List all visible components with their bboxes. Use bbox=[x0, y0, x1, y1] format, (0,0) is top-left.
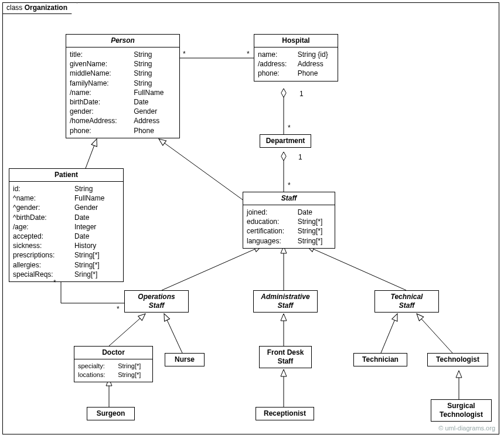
class-surgical-tech: Surgical Technologist bbox=[431, 399, 492, 422]
mult-patient-ops-top: * bbox=[53, 279, 56, 287]
class-receptionist: Receptionist bbox=[256, 407, 314, 420]
class-attrs: name:String {id} /address:Address phone:… bbox=[254, 47, 338, 81]
package-frame: class Organization bbox=[2, 2, 499, 434]
class-front-desk: Front Desk Staff bbox=[259, 346, 312, 368]
class-title: Front Desk Staff bbox=[260, 347, 311, 368]
class-attrs: joined:Date education:String[*] certific… bbox=[243, 205, 335, 248]
class-person: Person title:String givenName:String mid… bbox=[66, 34, 180, 138]
mult-patient-ops-bottom: * bbox=[117, 305, 120, 313]
frame-label-name: Organization bbox=[25, 4, 67, 12]
class-title: Surgical Technologist bbox=[431, 400, 491, 421]
svg-line-3 bbox=[86, 139, 97, 168]
mult-person-hospital-left: * bbox=[183, 50, 186, 58]
watermark: © uml-diagrams.org bbox=[438, 425, 495, 432]
class-title: Receptionist bbox=[256, 408, 314, 420]
class-department: Department bbox=[260, 134, 311, 148]
svg-line-12 bbox=[417, 314, 452, 353]
frame-label-prefix: class bbox=[6, 4, 22, 12]
svg-line-7 bbox=[307, 246, 406, 290]
class-title: Technician bbox=[354, 354, 407, 366]
mult-hospital-department-top: 1 bbox=[299, 90, 304, 98]
mult-department-staff-bottom: * bbox=[288, 181, 291, 189]
class-title: Technologist bbox=[428, 354, 488, 366]
class-admin-staff: Administrative Staff bbox=[253, 290, 318, 313]
class-patient: Patient id:String ^name:FullName ^gender… bbox=[9, 168, 124, 282]
class-attrs: id:String ^name:FullName ^gender:Gender … bbox=[9, 182, 123, 281]
class-staff: Staff joined:Date education:String[*] ce… bbox=[243, 192, 335, 249]
svg-line-4 bbox=[159, 139, 246, 202]
class-tech-staff: Technical Staff bbox=[374, 290, 439, 313]
class-title: Staff bbox=[243, 192, 335, 205]
class-hospital: Hospital name:String {id} /address:Addre… bbox=[254, 34, 338, 82]
mult-hospital-department-bottom: * bbox=[288, 124, 291, 132]
class-title: Nurse bbox=[165, 354, 204, 366]
class-title: Person bbox=[66, 35, 179, 47]
class-doctor: Doctor specialty:String[*] locations:Str… bbox=[74, 346, 153, 382]
class-operations-staff: Operations Staff bbox=[124, 290, 189, 313]
mult-person-hospital-right: * bbox=[247, 50, 250, 58]
svg-line-8 bbox=[109, 314, 145, 346]
class-nurse: Nurse bbox=[165, 353, 205, 366]
svg-line-5 bbox=[162, 246, 261, 290]
class-title: Administrative Staff bbox=[254, 291, 317, 312]
svg-line-9 bbox=[164, 314, 182, 353]
class-surgeon: Surgeon bbox=[87, 407, 135, 420]
class-title: Doctor bbox=[74, 347, 152, 359]
class-title: Technical Staff bbox=[375, 291, 438, 312]
class-title: Operations Staff bbox=[125, 291, 188, 312]
mult-department-staff-top: 1 bbox=[298, 153, 302, 161]
class-technician: Technician bbox=[353, 353, 407, 366]
frame-label: class Organization bbox=[2, 2, 77, 14]
class-technologist: Technologist bbox=[427, 353, 488, 366]
class-title: Hospital bbox=[254, 35, 338, 47]
class-title: Surgeon bbox=[87, 408, 134, 420]
class-attrs: title:String givenName:String middleName… bbox=[66, 47, 179, 138]
class-attrs: specialty:String[*] locations:String[*] bbox=[74, 359, 152, 382]
svg-line-11 bbox=[381, 314, 397, 353]
class-title: Patient bbox=[9, 169, 123, 182]
class-title: Department bbox=[260, 135, 311, 147]
